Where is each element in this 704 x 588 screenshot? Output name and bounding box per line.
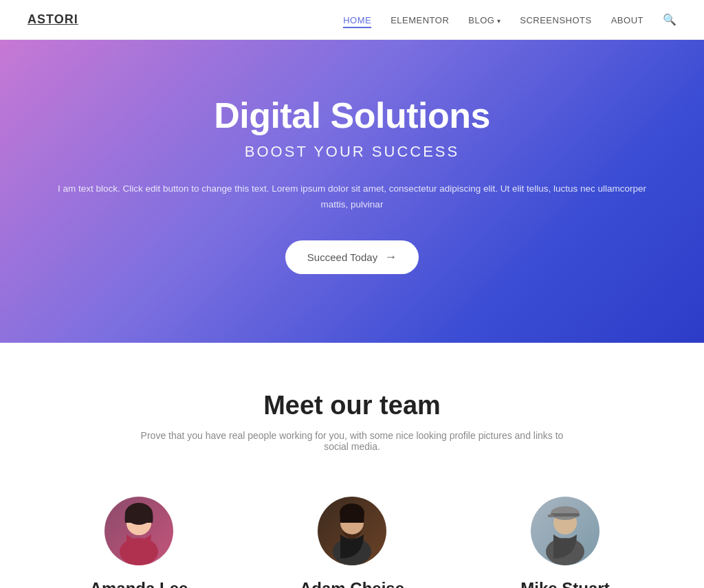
site-logo[interactable]: ASTORI [28, 12, 78, 27]
nav-link-screenshots[interactable]: SCREENSHOTS [520, 15, 591, 25]
hero-body: I am text block. Click edit button to ch… [56, 181, 648, 213]
hero-cta-button[interactable]: Succeed Today → [285, 240, 419, 274]
team-section: Meet our team Prove that you have real p… [0, 343, 704, 588]
team-card-adam: Adam Cheise DESIGNER I am text block. Cl… [256, 490, 448, 588]
hero-section: Digital Solutions BOOST YOUR SUCCESS I a… [0, 40, 704, 343]
nav-link-elementor[interactable]: ELEMENTOR [390, 15, 449, 25]
nav-links: HOME ELEMENTOR BLOG SCREENSHOTS ABOUT 🔍 [343, 13, 676, 26]
team-member-name-mike: Mike Stuart [483, 579, 648, 588]
avatar-image-mike [531, 497, 600, 565]
nav-item-home[interactable]: HOME [343, 14, 371, 26]
team-member-name-adam: Adam Cheise [270, 579, 434, 588]
team-card-amanda: Amanda Lee FOUNDER I am text block. Clic… [43, 490, 235, 588]
nav-item-about[interactable]: ABOUT [611, 14, 644, 26]
nav-link-about[interactable]: ABOUT [611, 15, 644, 25]
team-grid: Amanda Lee FOUNDER I am text block. Clic… [43, 490, 661, 588]
avatar-image-amanda [104, 497, 173, 565]
nav-link-home[interactable]: HOME [343, 15, 371, 28]
svg-rect-10 [551, 513, 580, 517]
avatar-amanda [104, 497, 173, 565]
team-subtitle: Prove that you have real people working … [139, 430, 565, 452]
arrow-icon: → [384, 250, 397, 264]
nav-item-screenshots[interactable]: SCREENSHOTS [520, 14, 591, 26]
team-member-name-amanda: Amanda Lee [56, 579, 221, 588]
search-icon[interactable]: 🔍 [663, 14, 676, 25]
nav-search-icon[interactable]: 🔍 [663, 13, 676, 26]
nav-item-elementor[interactable]: ELEMENTOR [390, 14, 449, 26]
svg-rect-11 [548, 514, 553, 517]
nav-item-blog[interactable]: BLOG [468, 14, 500, 26]
avatar-mike [531, 497, 600, 565]
team-heading: Meet our team [28, 391, 676, 420]
hero-subtitle: BOOST YOUR SUCCESS [28, 143, 676, 161]
navbar: ASTORI HOME ELEMENTOR BLOG SCREENSHOTS A… [0, 0, 704, 40]
team-card-mike: Mike Stuart SEO I am text block. Click e… [469, 490, 661, 588]
avatar-image-adam [318, 497, 386, 565]
hero-cta-label: Succeed Today [307, 251, 377, 263]
avatar-adam [318, 497, 386, 565]
nav-link-blog[interactable]: BLOG [468, 15, 500, 25]
hero-title: Digital Solutions [28, 95, 676, 136]
